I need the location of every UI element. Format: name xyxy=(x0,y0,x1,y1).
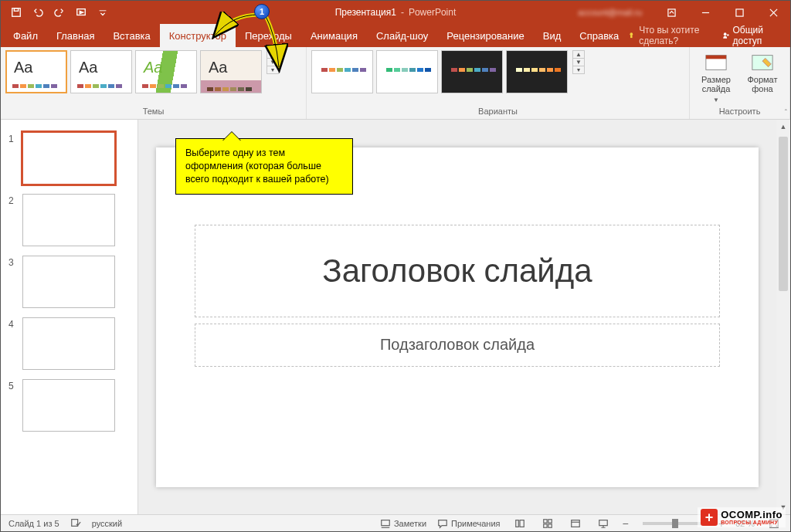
window-title: Презентация1 - PowerPoint xyxy=(335,7,457,18)
svg-rect-19 xyxy=(515,520,518,527)
svg-rect-10 xyxy=(630,36,632,38)
scroll-up-icon[interactable]: ▲ xyxy=(776,120,790,134)
redo-icon[interactable] xyxy=(50,3,69,22)
qat-more-icon[interactable] xyxy=(93,3,112,22)
slide-thumbnail-pane[interactable]: 1 2 3 4 5 xyxy=(1,120,138,514)
variant-thumb-2[interactable] xyxy=(376,50,438,93)
svg-point-9 xyxy=(630,32,633,36)
svg-rect-25 xyxy=(571,520,579,527)
share-label: Общий доступ xyxy=(732,25,776,46)
tab-view[interactable]: Вид xyxy=(534,24,571,47)
view-sorter-icon[interactable] xyxy=(539,517,556,530)
tab-slideshow[interactable]: Слайд-шоу xyxy=(367,24,437,47)
zoom-slider[interactable] xyxy=(643,522,704,525)
vertical-scrollbar[interactable]: ▲ ▼ xyxy=(776,120,790,514)
maximize-icon[interactable] xyxy=(722,1,756,24)
ribbon-content: Aa Aa Aa Aa ▲ ▼ ▾ Темы xyxy=(1,47,790,120)
status-bar: Слайд 1 из 5 русский Заметки Примечания … xyxy=(1,514,790,531)
svg-point-12 xyxy=(727,34,728,36)
format-bg-label: Формат фона xyxy=(741,75,784,93)
scroll-track[interactable] xyxy=(776,134,790,500)
variant-thumb-3[interactable] xyxy=(441,50,503,93)
tab-file[interactable]: Файл xyxy=(4,24,47,47)
view-slideshow-icon[interactable] xyxy=(595,517,612,530)
account-name[interactable]: account@mail.ru xyxy=(572,8,648,17)
start-from-beginning-icon[interactable] xyxy=(72,3,90,22)
svg-rect-23 xyxy=(543,524,546,527)
watermark-top: OCOMP.info xyxy=(721,510,783,520)
format-background-button[interactable]: Формат фона xyxy=(741,50,784,93)
variants-gallery-scroll[interactable]: ▲ ▼ ▾ xyxy=(572,50,585,74)
status-language[interactable]: русский xyxy=(92,519,122,528)
group-configure-label: Настроить xyxy=(694,107,785,117)
tab-help[interactable]: Справка xyxy=(570,24,628,47)
quick-access-toolbar xyxy=(1,3,112,22)
svg-rect-17 xyxy=(382,520,390,525)
slide-canvas[interactable]: Заголовок слайда Подзаголовок слайда xyxy=(156,147,759,487)
gallery-down-icon[interactable]: ▼ xyxy=(573,58,584,66)
watermark-icon: + xyxy=(701,509,718,526)
theme-thumb-1[interactable]: Aa xyxy=(5,50,67,93)
tab-review[interactable]: Рецензирование xyxy=(437,24,533,47)
svg-rect-0 xyxy=(12,8,21,17)
slide-thumb-1[interactable]: 1 xyxy=(1,127,137,189)
annotation-callout: Выберите одну из тем оформления (которая… xyxy=(175,138,353,195)
zoom-out-icon[interactable]: − xyxy=(623,517,629,530)
title-placeholder[interactable]: Заголовок слайда xyxy=(195,225,720,317)
theme-thumb-3[interactable]: Aa xyxy=(135,50,197,93)
slide-size-icon xyxy=(704,53,728,72)
tell-me-search[interactable]: Что вы хотите сделать? xyxy=(628,25,711,46)
tab-animations[interactable]: Анимация xyxy=(301,24,367,47)
gallery-up-icon[interactable]: ▲ xyxy=(573,51,584,58)
slide-mini xyxy=(22,194,115,246)
document-name: Презентация1 xyxy=(335,7,396,18)
notes-button[interactable]: Заметки xyxy=(380,518,426,529)
work-area: 1 2 3 4 5 Заголовок слайда Подзаголовок … xyxy=(1,120,790,514)
ribbon-options-icon[interactable] xyxy=(654,1,688,24)
tell-me-placeholder: Что вы хотите сделать? xyxy=(639,25,711,46)
slide-size-button[interactable]: Размер слайда ▼ xyxy=(694,50,738,103)
theme-thumb-4[interactable]: Aa xyxy=(200,50,262,93)
comments-button[interactable]: Примечания xyxy=(437,518,501,529)
svg-rect-24 xyxy=(548,524,551,527)
group-variants: ▲ ▼ ▾ Варианты xyxy=(307,47,690,119)
gallery-more-icon[interactable]: ▾ xyxy=(573,66,584,73)
undo-icon[interactable] xyxy=(29,3,47,22)
spellcheck-icon[interactable] xyxy=(70,517,81,530)
view-normal-icon[interactable] xyxy=(511,517,528,530)
svg-rect-14 xyxy=(706,56,726,59)
close-icon[interactable] xyxy=(756,1,790,24)
slide-size-label: Размер слайда xyxy=(694,75,738,93)
variant-thumb-4[interactable] xyxy=(506,50,568,93)
share-button[interactable]: Общий доступ xyxy=(722,25,776,46)
format-bg-icon xyxy=(751,53,774,72)
subtitle-placeholder[interactable]: Подзаголовок слайда xyxy=(195,324,720,367)
slide-thumb-3[interactable]: 3 xyxy=(1,251,137,313)
group-configure: Размер слайда ▼ Формат фона Настроить xyxy=(690,47,790,119)
tab-insert[interactable]: Вставка xyxy=(104,24,159,47)
group-themes-label: Темы xyxy=(5,107,301,117)
svg-rect-27 xyxy=(599,520,607,525)
annotation-callout-text: Выберите одну из тем оформления (которая… xyxy=(185,147,329,185)
variant-thumb-1[interactable] xyxy=(311,50,373,93)
theme-thumb-2[interactable]: Aa xyxy=(70,50,132,93)
slide-thumb-2[interactable]: 2 xyxy=(1,189,137,251)
slide-mini xyxy=(22,317,115,370)
slide-mini xyxy=(22,132,115,185)
annotation-number-badge: 1 xyxy=(254,4,270,19)
svg-rect-6 xyxy=(735,8,742,15)
view-reading-icon[interactable] xyxy=(567,517,584,530)
watermark-bottom: ВОПРОСЫ АДМИНУ xyxy=(721,520,783,525)
tab-home[interactable]: Главная xyxy=(47,24,104,47)
slide-thumb-5[interactable]: 5 xyxy=(1,374,137,436)
minimize-icon[interactable] xyxy=(688,1,722,24)
scroll-thumb[interactable] xyxy=(779,137,788,291)
slide-thumb-4[interactable]: 4 xyxy=(1,313,137,374)
save-icon[interactable] xyxy=(7,3,25,22)
watermark: + OCOMP.info ВОПРОСЫ АДМИНУ xyxy=(698,507,786,527)
ribbon-collapse-icon[interactable]: ˆ xyxy=(785,109,787,117)
svg-rect-22 xyxy=(548,519,551,522)
svg-point-11 xyxy=(724,32,727,36)
title-bar: Презентация1 - PowerPoint account@mail.r… xyxy=(1,1,790,24)
ribbon-tabs: Файл Главная Вставка Конструктор Переход… xyxy=(1,24,790,47)
